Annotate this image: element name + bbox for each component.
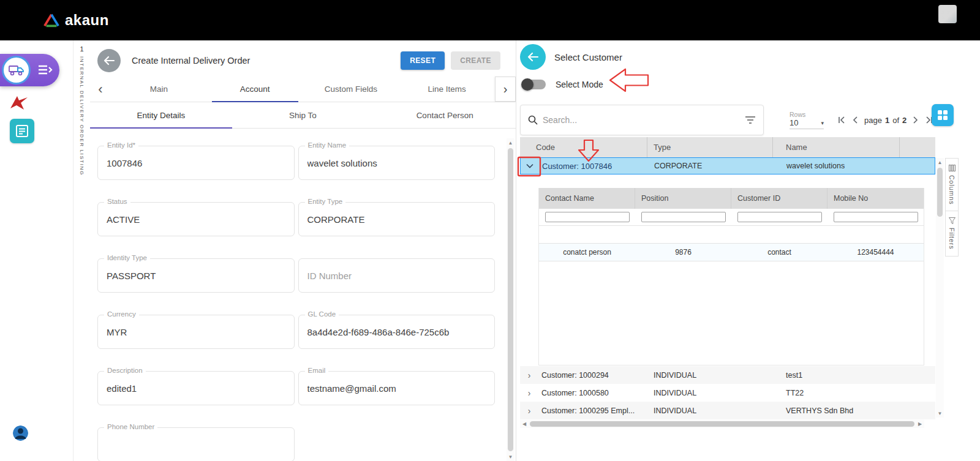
account-subtabs-bar: Entity Details Ship To Contact Person <box>90 102 516 129</box>
grid-view-button[interactable] <box>932 104 954 126</box>
next-page-button[interactable] <box>909 113 922 127</box>
tab-account[interactable]: Account <box>207 77 303 102</box>
listing-app-icon[interactable] <box>10 119 34 143</box>
filter-mobile-no-input[interactable] <box>834 212 918 222</box>
customer-row[interactable]: › Customer: 1000295 Empl... INDIVIDUAL V… <box>520 402 935 419</box>
table-scrollbar[interactable]: ▲ ▼ <box>936 158 944 418</box>
tab-custom-fields[interactable]: Custom Fields <box>303 77 399 102</box>
entity-type-input[interactable] <box>299 203 495 236</box>
customer-type: INDIVIDUAL <box>647 407 773 415</box>
filter-customer-id-input[interactable] <box>737 212 822 222</box>
total-pages: 2 <box>902 116 907 125</box>
horizontal-scrollbar[interactable]: ◀ ▶ <box>520 420 924 428</box>
description-input[interactable] <box>98 372 294 405</box>
email-label: Email <box>305 367 329 374</box>
select-mode-toggle[interactable] <box>522 80 546 89</box>
customer-table: Code Type Name Customer: 1007846 CORPORA… <box>520 137 935 419</box>
rows-value: 10 <box>790 118 798 127</box>
form-scrollbar[interactable]: ▲ ▼ <box>507 138 514 461</box>
filter-funnel-icon <box>949 217 956 224</box>
brand-logo[interactable]: akaun <box>43 12 109 29</box>
customer-row[interactable]: › Customer: 1000580 INDIVIDUAL TT22 <box>520 384 935 402</box>
currency-input[interactable] <box>98 315 294 348</box>
email-field: Email <box>298 371 496 405</box>
subheader-position: Position <box>635 188 731 209</box>
customer-search-box <box>520 105 764 135</box>
contacts-filter-row <box>539 209 924 226</box>
entity-name-input[interactable] <box>299 146 495 179</box>
id-number-input[interactable] <box>299 259 495 292</box>
entity-id-field: Entity Id* <box>97 146 295 180</box>
search-input[interactable] <box>543 115 745 125</box>
user-avatar[interactable] <box>13 425 28 441</box>
create-button[interactable]: CREATE <box>451 51 500 70</box>
customer-code: Customer: 1007846 <box>539 162 648 171</box>
scroll-up-icon[interactable]: ▲ <box>938 158 943 167</box>
horizontal-scrollbar-thumb[interactable] <box>530 421 914 427</box>
back-button[interactable] <box>97 49 121 72</box>
filter-list-icon[interactable] <box>745 116 756 124</box>
main-tabs-bar: ‹ Main Account Custom Fields Line Items … <box>90 77 516 102</box>
customer-name: VERTHYS Sdn Bhd <box>773 407 900 415</box>
contacts-subtable: Contact Name Position Customer ID Mobile… <box>538 188 924 365</box>
reset-button[interactable]: RESET <box>401 51 445 70</box>
first-page-button[interactable] <box>835 113 848 127</box>
truck-icon <box>2 56 31 84</box>
currency-field: Currency <box>97 315 295 349</box>
scroll-right-icon[interactable]: ▶ <box>916 421 924 427</box>
tabs-scroll-right-button[interactable]: › <box>495 77 516 102</box>
subtab-entity-details[interactable]: Entity Details <box>90 102 232 128</box>
header-code: Code <box>520 137 647 157</box>
email-input[interactable] <box>299 372 495 405</box>
delivery-module-pill[interactable] <box>0 54 59 86</box>
customer-row[interactable]: › Customer: 1000294 INDIVIDUAL test1 <box>520 366 935 384</box>
currency-label: Currency <box>104 310 139 318</box>
collapsed-nav-strip[interactable]: 1 INTERNAL DELIVERY ORDER LISTING <box>74 40 90 461</box>
table-scrollbar-thumb[interactable] <box>937 168 943 217</box>
tabs-scroll-left-button[interactable]: ‹ <box>90 77 111 102</box>
back-arrow-icon <box>103 56 115 66</box>
status-input[interactable] <box>98 203 294 236</box>
columns-icon <box>949 165 956 171</box>
expand-row-icon[interactable]: › <box>520 406 538 416</box>
entity-id-input[interactable] <box>98 146 294 179</box>
red-bird-app-icon[interactable] <box>9 92 29 112</box>
phone-number-label: Phone Number <box>104 423 157 430</box>
filter-contact-name-input[interactable] <box>545 212 630 222</box>
scroll-up-icon[interactable]: ▲ <box>508 138 513 147</box>
contacts-subtable-header: Contact Name Position Customer ID Mobile… <box>539 188 924 209</box>
columns-tab[interactable]: Columns <box>946 159 958 211</box>
scroll-left-icon[interactable]: ◀ <box>520 421 529 427</box>
filters-tab[interactable]: Filters <box>946 211 958 256</box>
customer-type: CORPORATE <box>648 162 774 170</box>
customer-table-header: Code Type Name <box>520 137 935 157</box>
profile-thumbnail[interactable] <box>938 5 957 23</box>
rows-per-page-select[interactable]: 10 ▾ <box>790 118 824 129</box>
previous-page-button[interactable] <box>848 113 862 127</box>
tab-main[interactable]: Main <box>111 77 207 102</box>
search-icon <box>528 115 538 125</box>
scroll-down-icon[interactable]: ▼ <box>508 452 513 461</box>
gl-code-input[interactable] <box>299 315 495 348</box>
contact-position: 9876 <box>635 248 731 257</box>
collapse-row-button[interactable] <box>521 163 539 168</box>
phone-number-field: Phone Number <box>97 427 295 461</box>
current-page: 1 <box>885 116 889 125</box>
expand-row-icon[interactable]: › <box>520 388 538 398</box>
customer-row-selected[interactable]: Customer: 1007846 CORPORATE wavelet solu… <box>520 157 935 174</box>
expand-row-icon[interactable]: › <box>520 370 538 380</box>
contact-row[interactable]: conatct person 9876 contact 123454444 <box>539 243 924 261</box>
select-customer-back-button[interactable] <box>520 44 546 70</box>
identity-type-input[interactable] <box>98 259 294 292</box>
form-scrollbar-thumb[interactable] <box>508 148 513 451</box>
phone-number-input[interactable] <box>98 428 294 461</box>
tab-line-items[interactable]: Line Items <box>399 77 495 102</box>
scroll-down-icon[interactable]: ▼ <box>938 409 943 418</box>
back-arrow-icon <box>527 52 539 62</box>
description-label: Description <box>104 367 146 374</box>
filter-position-input[interactable] <box>641 212 726 222</box>
customer-name: wavelet solutions <box>774 162 900 170</box>
subtab-ship-to[interactable]: Ship To <box>232 102 374 128</box>
subtab-contact-person[interactable]: Contact Person <box>374 102 516 128</box>
status-field: Status <box>97 202 295 236</box>
